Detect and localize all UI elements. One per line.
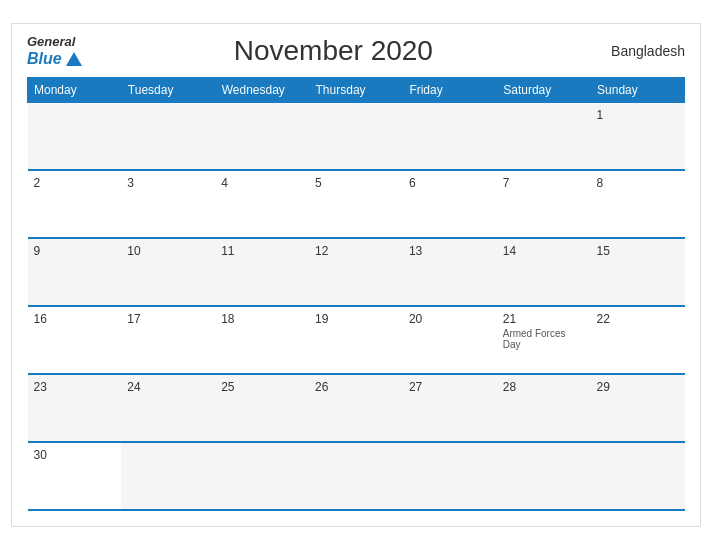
day-cell: 16 xyxy=(28,306,122,374)
day-number: 19 xyxy=(315,312,397,326)
calendar-wrapper: General Blue November 2020 Bangladesh Mo… xyxy=(11,23,701,527)
day-cell: 6 xyxy=(403,170,497,238)
day-cell: 19 xyxy=(309,306,403,374)
day-cell xyxy=(215,102,309,170)
week-row-2: 2345678 xyxy=(28,170,685,238)
day-number: 23 xyxy=(34,380,116,394)
weekday-header-tuesday: Tuesday xyxy=(121,77,215,102)
day-cell: 12 xyxy=(309,238,403,306)
day-number: 22 xyxy=(597,312,679,326)
day-number: 13 xyxy=(409,244,491,258)
day-number: 14 xyxy=(503,244,585,258)
day-number: 16 xyxy=(34,312,116,326)
day-cell xyxy=(403,442,497,510)
day-cell: 26 xyxy=(309,374,403,442)
day-event: Armed Forces Day xyxy=(503,328,585,350)
day-number: 11 xyxy=(221,244,303,258)
logo-blue-text: Blue xyxy=(27,49,82,68)
day-number: 3 xyxy=(127,176,209,190)
day-cell: 15 xyxy=(591,238,685,306)
day-number: 1 xyxy=(597,108,679,122)
day-number: 9 xyxy=(34,244,116,258)
day-cell: 30 xyxy=(28,442,122,510)
day-cell: 3 xyxy=(121,170,215,238)
weekday-header-monday: Monday xyxy=(28,77,122,102)
day-cell: 4 xyxy=(215,170,309,238)
day-number: 21 xyxy=(503,312,585,326)
day-cell: 21Armed Forces Day xyxy=(497,306,591,374)
day-cell xyxy=(497,102,591,170)
day-cell xyxy=(591,442,685,510)
day-number: 24 xyxy=(127,380,209,394)
day-cell xyxy=(215,442,309,510)
day-cell: 2 xyxy=(28,170,122,238)
day-number: 8 xyxy=(597,176,679,190)
weekday-header-wednesday: Wednesday xyxy=(215,77,309,102)
day-cell: 1 xyxy=(591,102,685,170)
day-cell xyxy=(403,102,497,170)
day-cell: 28 xyxy=(497,374,591,442)
day-cell xyxy=(309,102,403,170)
day-number: 29 xyxy=(597,380,679,394)
day-number: 18 xyxy=(221,312,303,326)
day-number: 26 xyxy=(315,380,397,394)
day-number: 30 xyxy=(34,448,116,462)
day-cell xyxy=(121,102,215,170)
day-cell: 9 xyxy=(28,238,122,306)
day-cell xyxy=(28,102,122,170)
logo: General Blue xyxy=(27,34,82,69)
calendar-header: General Blue November 2020 Bangladesh xyxy=(27,34,685,69)
day-cell: 23 xyxy=(28,374,122,442)
day-cell xyxy=(309,442,403,510)
day-number: 25 xyxy=(221,380,303,394)
day-number: 4 xyxy=(221,176,303,190)
day-cell: 14 xyxy=(497,238,591,306)
day-cell: 20 xyxy=(403,306,497,374)
day-cell: 18 xyxy=(215,306,309,374)
day-number: 27 xyxy=(409,380,491,394)
day-number: 10 xyxy=(127,244,209,258)
calendar-title: November 2020 xyxy=(82,35,585,67)
day-cell: 13 xyxy=(403,238,497,306)
day-number: 6 xyxy=(409,176,491,190)
day-cell: 10 xyxy=(121,238,215,306)
day-cell: 7 xyxy=(497,170,591,238)
logo-general-text: General xyxy=(27,34,75,50)
day-cell xyxy=(497,442,591,510)
day-number: 20 xyxy=(409,312,491,326)
day-number: 5 xyxy=(315,176,397,190)
week-row-1: 1 xyxy=(28,102,685,170)
day-cell: 29 xyxy=(591,374,685,442)
day-cell xyxy=(121,442,215,510)
calendar-grid: MondayTuesdayWednesdayThursdayFridaySatu… xyxy=(27,77,685,512)
logo-triangle-icon xyxy=(66,52,82,66)
day-number: 2 xyxy=(34,176,116,190)
logo-blue-label: Blue xyxy=(27,49,62,68)
day-cell: 17 xyxy=(121,306,215,374)
weekday-header-row: MondayTuesdayWednesdayThursdayFridaySatu… xyxy=(28,77,685,102)
day-cell: 24 xyxy=(121,374,215,442)
weekday-header-saturday: Saturday xyxy=(497,77,591,102)
weekday-header-sunday: Sunday xyxy=(591,77,685,102)
day-cell: 8 xyxy=(591,170,685,238)
day-number: 28 xyxy=(503,380,585,394)
week-row-4: 161718192021Armed Forces Day22 xyxy=(28,306,685,374)
day-number: 17 xyxy=(127,312,209,326)
day-cell: 22 xyxy=(591,306,685,374)
week-row-6: 30 xyxy=(28,442,685,510)
day-cell: 5 xyxy=(309,170,403,238)
weekday-header-thursday: Thursday xyxy=(309,77,403,102)
day-number: 15 xyxy=(597,244,679,258)
week-row-3: 9101112131415 xyxy=(28,238,685,306)
day-number: 7 xyxy=(503,176,585,190)
calendar-country: Bangladesh xyxy=(585,43,685,59)
weekday-header-friday: Friday xyxy=(403,77,497,102)
week-row-5: 23242526272829 xyxy=(28,374,685,442)
day-cell: 11 xyxy=(215,238,309,306)
day-cell: 25 xyxy=(215,374,309,442)
day-cell: 27 xyxy=(403,374,497,442)
day-number: 12 xyxy=(315,244,397,258)
